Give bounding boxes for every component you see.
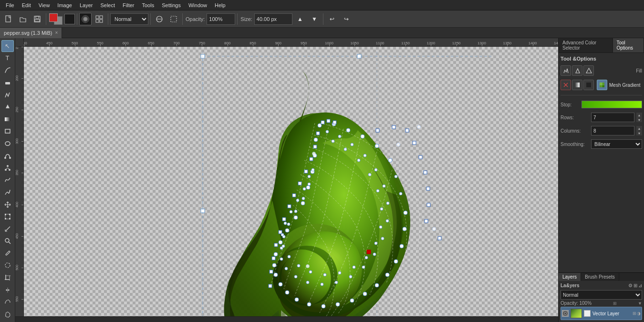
tool-eraser[interactable] bbox=[1, 77, 14, 89]
tool-measure[interactable] bbox=[1, 223, 14, 235]
rows-input[interactable]: 7 bbox=[591, 113, 634, 122]
tool-path[interactable] bbox=[1, 150, 14, 162]
undo-button[interactable]: ↩ bbox=[325, 12, 339, 26]
layer-blend-select[interactable]: Normal bbox=[561, 290, 642, 300]
mesh-mode-fill[interactable] bbox=[583, 80, 594, 90]
rows-up[interactable]: ▲ bbox=[636, 113, 642, 117]
svg-rect-132 bbox=[313, 145, 317, 148]
columns-input[interactable]: 8 bbox=[591, 126, 634, 135]
tool-move[interactable] bbox=[1, 198, 14, 210]
menu-help[interactable]: Help bbox=[211, 1, 229, 9]
file-tab-pepper[interactable]: pepper.svg (1.3 MiB) × bbox=[0, 28, 62, 38]
svg-point-80 bbox=[326, 130, 329, 133]
save-button[interactable] bbox=[31, 12, 44, 26]
tool-crop[interactable] bbox=[1, 272, 14, 284]
selection-button[interactable] bbox=[167, 12, 180, 26]
menu-file[interactable]: File bbox=[2, 1, 18, 9]
tool-select[interactable]: ↖ bbox=[1, 40, 14, 52]
tool-mode-shape[interactable] bbox=[583, 65, 594, 76]
mesh-mode-solid[interactable] bbox=[572, 80, 582, 90]
tool-eyedropper[interactable] bbox=[1, 248, 14, 260]
opacity-expand-icon[interactable]: ⊞ bbox=[613, 301, 617, 306]
size-up-button[interactable]: ▲ bbox=[293, 12, 307, 26]
menu-tools[interactable]: Tools bbox=[138, 1, 158, 9]
mesh-mode-none[interactable] bbox=[561, 80, 571, 90]
foreground-bg-colors[interactable] bbox=[48, 12, 63, 26]
open-button[interactable] bbox=[16, 12, 30, 26]
redo-button[interactable]: ↪ bbox=[340, 12, 353, 26]
tool-fill[interactable] bbox=[1, 101, 14, 113]
tool-mode-paint[interactable] bbox=[572, 65, 582, 76]
svg-point-116 bbox=[323, 273, 326, 276]
layers-settings-icon[interactable]: ⚙ bbox=[628, 283, 633, 288]
separator4 bbox=[150, 13, 151, 25]
mesh-mode-mesh-gradient[interactable] bbox=[597, 80, 607, 90]
tool-calligraphy[interactable] bbox=[1, 89, 14, 101]
tool-pan[interactable] bbox=[1, 284, 14, 296]
opacity-arrow-icon[interactable]: ▼ bbox=[638, 301, 642, 306]
layer-item-vector[interactable]: Vector Layer ⊞ ◑ bbox=[561, 307, 642, 320]
tab-tool-options[interactable]: Tool Options bbox=[613, 38, 644, 52]
tool-freehand-path[interactable] bbox=[1, 174, 14, 186]
size-down-button[interactable]: ▼ bbox=[308, 12, 321, 26]
blend-mode-select[interactable]: Normal Multiply Screen bbox=[110, 13, 148, 25]
tab-layers[interactable]: Layers bbox=[559, 273, 581, 281]
svg-point-76 bbox=[306, 186, 310, 189]
columns-up[interactable]: ▲ bbox=[636, 126, 642, 131]
tool-smart-patch[interactable] bbox=[1, 260, 14, 271]
tool-freehand-sel[interactable] bbox=[1, 308, 14, 320]
tool-dynamic-brush[interactable] bbox=[1, 187, 14, 198]
canvas-viewport[interactable] bbox=[24, 47, 558, 316]
menu-view[interactable]: View bbox=[35, 1, 54, 9]
brush-preset-preview[interactable] bbox=[79, 13, 92, 25]
opacity-input[interactable] bbox=[207, 13, 235, 25]
grid-button[interactable] bbox=[93, 12, 106, 26]
file-tab-close[interactable]: × bbox=[55, 30, 58, 35]
svg-rect-135 bbox=[327, 119, 330, 123]
new-button[interactable] bbox=[2, 12, 15, 26]
tab-advanced-color[interactable]: Advanced Color Selector bbox=[559, 38, 613, 52]
svg-rect-2 bbox=[36, 16, 39, 19]
mesh-type-icons: Mesh Gradient bbox=[561, 80, 642, 90]
size-input[interactable] bbox=[254, 13, 292, 25]
menu-window[interactable]: Window bbox=[185, 1, 211, 9]
pattern-swatch[interactable] bbox=[64, 14, 75, 24]
layer-action-1[interactable]: ⊞ bbox=[633, 311, 636, 316]
stop-color-swatch[interactable] bbox=[582, 101, 642, 108]
rows-spinner[interactable]: ▲ ▼ bbox=[636, 113, 642, 122]
horizontal-scrollbar[interactable] bbox=[15, 316, 558, 322]
svg-point-66 bbox=[295, 298, 299, 301]
svg-point-102 bbox=[302, 197, 305, 200]
pepper-illustration[interactable] bbox=[62, 52, 491, 316]
tool-gradient[interactable] bbox=[1, 113, 14, 125]
menu-filter[interactable]: Filter bbox=[119, 1, 138, 9]
layers-expand-icon[interactable]: ⊞ bbox=[634, 283, 637, 288]
columns-down[interactable]: ▼ bbox=[636, 131, 642, 135]
tool-node-edit[interactable] bbox=[1, 162, 14, 174]
svg-rect-175 bbox=[600, 83, 604, 87]
menu-settings[interactable]: Settings bbox=[158, 1, 185, 9]
tool-transform[interactable] bbox=[1, 211, 14, 223]
menu-layer[interactable]: Layer bbox=[76, 1, 97, 9]
wrap-button[interactable] bbox=[153, 12, 166, 26]
layer-visibility-toggle[interactable] bbox=[562, 310, 569, 317]
rows-down[interactable]: ▼ bbox=[636, 117, 642, 122]
columns-spinner[interactable]: ▲ ▼ bbox=[636, 126, 642, 135]
tool-freehand-brush[interactable] bbox=[1, 64, 14, 76]
tool-text[interactable]: T bbox=[1, 52, 14, 64]
menu-edit[interactable]: Edit bbox=[18, 1, 35, 9]
smoothing-select[interactable]: Bilinear Nearest Bicubic bbox=[591, 139, 642, 149]
tab-brush-presets[interactable]: Brush Presets bbox=[581, 273, 619, 281]
svg-rect-13 bbox=[5, 129, 10, 133]
tool-ellipse[interactable] bbox=[1, 138, 14, 150]
tool-contiguous-sel[interactable] bbox=[1, 296, 14, 308]
menu-image[interactable]: Image bbox=[53, 1, 76, 9]
tool-rectangle[interactable] bbox=[1, 125, 14, 137]
menu-select[interactable]: Select bbox=[96, 1, 119, 9]
svg-point-169 bbox=[397, 143, 400, 146]
layers-filter-icon[interactable]: ⊿ bbox=[638, 283, 642, 288]
tool-mode-node[interactable] bbox=[561, 65, 571, 76]
svg-rect-6 bbox=[96, 20, 99, 22]
layer-action-2[interactable]: ◑ bbox=[637, 311, 641, 316]
tool-zoom[interactable] bbox=[1, 235, 14, 247]
